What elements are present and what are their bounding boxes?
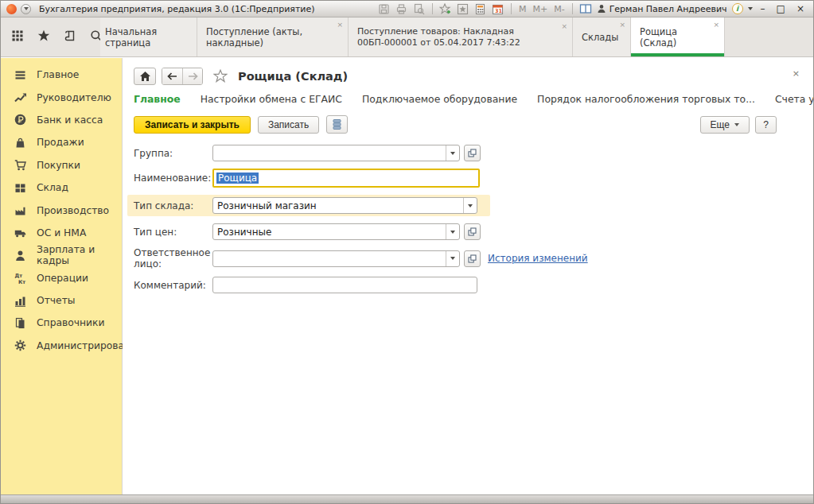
form-panel: Рощица (Склад) × Главное Настройки обмен… xyxy=(123,58,813,494)
field-label-group: Группа: xyxy=(134,148,212,159)
window-bottom-border xyxy=(1,494,813,503)
back-button[interactable] xyxy=(162,68,182,84)
dropdown-arrow-icon[interactable] xyxy=(446,251,459,266)
price-type-combo[interactable]: Розничные xyxy=(212,223,460,240)
tab-goods-receipt[interactable]: Поступление товаров: Накладная 00БП-0000… xyxy=(349,17,573,56)
favorite-star-button[interactable] xyxy=(213,69,228,83)
truck-icon xyxy=(14,227,26,238)
memory-plus-button[interactable]: M+ xyxy=(532,4,548,14)
tab-roshchitsa-warehouse[interactable]: Рощица (Склад) × xyxy=(631,17,725,56)
more-button[interactable]: Еще xyxy=(700,116,750,134)
section-sidebar: Главное Руководителю Банк и касса Продаж… xyxy=(1,58,123,494)
memory-minus-button[interactable]: M- xyxy=(553,4,565,14)
tab-warehouses[interactable]: Склады × xyxy=(573,17,631,56)
sidebar-item-main[interactable]: Главное xyxy=(1,64,122,86)
current-user[interactable]: Герман Павел Андреевич xyxy=(597,4,727,14)
save-icon[interactable] xyxy=(378,2,391,15)
gear-icon xyxy=(14,339,26,351)
sidebar-item-sales[interactable]: Продажи xyxy=(1,131,122,153)
print-icon[interactable] xyxy=(395,2,408,15)
favorites-star-icon[interactable] xyxy=(37,29,50,45)
trend-icon xyxy=(14,91,26,103)
nav-link-equipment[interactable]: Подключаемое оборудование xyxy=(362,93,517,105)
form-toolbar: Записать и закрыть Записать Еще ? xyxy=(134,115,813,134)
responsible-combo[interactable] xyxy=(212,250,460,267)
form-fields: Группа: Наименование: Рощица xyxy=(134,145,813,293)
system-menu-button[interactable] xyxy=(21,4,31,14)
tab-close-icon[interactable]: × xyxy=(561,21,567,32)
info-button[interactable]: i xyxy=(732,3,743,14)
sidebar-item-reports[interactable]: Отчеты xyxy=(1,289,122,312)
responsible-open-button[interactable] xyxy=(464,250,481,267)
sidebar-item-production[interactable]: Производство xyxy=(1,199,122,221)
history-icon[interactable] xyxy=(64,29,76,45)
save-and-close-button[interactable]: Записать и закрыть xyxy=(134,116,251,134)
calculator-icon[interactable] xyxy=(474,2,487,15)
field-row-price-type: Тип цен: Розничные xyxy=(134,223,813,240)
comment-input[interactable] xyxy=(212,277,477,293)
close-window-button[interactable]: × xyxy=(793,3,808,14)
print-preview-icon[interactable] xyxy=(413,2,426,15)
group-combo[interactable] xyxy=(212,145,460,161)
titlebar-chevron-down-icon[interactable] xyxy=(748,7,753,10)
1c-logo-icon xyxy=(6,4,17,14)
forward-button[interactable] xyxy=(182,68,202,84)
tab-close-icon[interactable]: × xyxy=(619,21,625,29)
form-close-icon[interactable]: × xyxy=(793,68,800,79)
arrow-left-icon xyxy=(166,72,178,81)
factory-icon xyxy=(14,204,26,216)
price-type-open-button[interactable] xyxy=(464,223,481,240)
memory-recall-button[interactable]: M xyxy=(518,4,528,14)
maximize-button[interactable]: □ xyxy=(773,3,789,14)
dropdown-arrow-icon[interactable] xyxy=(463,198,477,213)
dropdown-arrow-icon[interactable] xyxy=(446,224,459,239)
change-history-button[interactable] xyxy=(326,115,348,134)
barchart-icon xyxy=(14,295,26,307)
form-nav-links: Главное Настройки обмена с ЕГАИС Подключ… xyxy=(134,93,813,105)
sidebar-item-payroll-hr[interactable]: Зарплата и кадры xyxy=(1,244,122,266)
user-name: Герман Павел Андреевич xyxy=(610,4,727,14)
name-input[interactable]: Рощица xyxy=(212,169,480,188)
sidebar-item-warehouse[interactable]: Склад xyxy=(1,176,122,199)
field-label-price-type: Тип цен: xyxy=(134,227,212,238)
nav-link-accounts[interactable]: Счета учета номенклатуры xyxy=(775,93,813,105)
field-label-warehouse-type: Тип склада: xyxy=(134,200,212,211)
field-label-comment: Комментарий: xyxy=(134,280,212,291)
group-open-button[interactable] xyxy=(464,145,481,161)
sidebar-item-fixed-assets[interactable]: ОС и НМА xyxy=(1,222,122,244)
tab-close-icon[interactable]: × xyxy=(337,21,343,29)
nav-link-main[interactable]: Главное xyxy=(134,93,181,105)
field-row-warehouse-type: Тип склада: Розничный магазин xyxy=(127,195,490,216)
tab-home[interactable]: Начальная страница xyxy=(100,17,197,56)
split-window-icon[interactable] xyxy=(579,2,592,15)
sidebar-item-bank-cash[interactable]: Банк и касса xyxy=(1,109,122,131)
sidebar-item-purchases[interactable]: Покупки xyxy=(1,154,122,176)
dropdown-arrow-icon[interactable] xyxy=(446,145,459,161)
menu-grid-icon[interactable] xyxy=(11,29,24,45)
warehouse-type-combo[interactable]: Розничный магазин xyxy=(212,197,477,214)
sidebar-item-administration[interactable]: Администрирование xyxy=(1,335,122,357)
history-changes-link[interactable]: История изменений xyxy=(488,253,588,264)
calendar-icon[interactable]: 31 xyxy=(492,2,504,15)
chevron-down-icon xyxy=(734,123,739,126)
sidebar-item-manager[interactable]: Руководителю xyxy=(1,86,122,108)
stacked-docs-icon xyxy=(332,118,342,130)
favorites-icon[interactable] xyxy=(457,2,469,15)
add-favorite-icon[interactable] xyxy=(439,2,452,15)
tab-receipts-list[interactable]: Поступление (акты, накладные) × xyxy=(197,17,349,56)
sidebar-item-operations[interactable]: ДтКт Операции xyxy=(1,267,122,289)
sidebar-item-directories[interactable]: Справочники xyxy=(1,312,122,334)
minimize-button[interactable]: – xyxy=(758,3,769,14)
tab-bar: Начальная страница Поступление (акты, на… xyxy=(1,17,813,57)
arrow-right-icon xyxy=(187,72,199,81)
nav-link-egais[interactable]: Настройки обмена с ЕГАИС xyxy=(201,93,342,105)
home-button[interactable] xyxy=(134,68,156,85)
open-icon xyxy=(468,254,477,263)
nav-link-taxation[interactable]: Порядок налогообложения торговых то... xyxy=(537,93,755,105)
tab-close-icon[interactable]: × xyxy=(713,21,719,29)
dtkt-icon: ДтКт xyxy=(14,272,26,284)
user-icon xyxy=(597,4,606,14)
menu-icon xyxy=(14,69,26,81)
help-button[interactable]: ? xyxy=(755,116,777,134)
save-button[interactable]: Записать xyxy=(258,116,319,134)
